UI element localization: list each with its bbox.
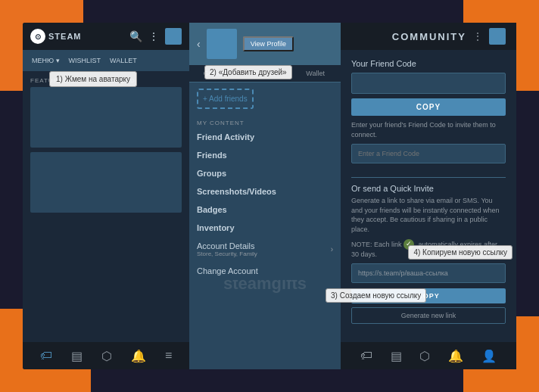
menu-change-account[interactable]: Change Account bbox=[189, 262, 341, 280]
back-arrow[interactable]: ‹ bbox=[197, 38, 201, 50]
community-avatar[interactable] bbox=[489, 28, 506, 45]
steam-title: STEAM bbox=[48, 32, 82, 41]
menu-badges[interactable]: Badges bbox=[189, 201, 341, 219]
comm-list-icon[interactable]: ▤ bbox=[391, 349, 402, 363]
middle-panel: ‹ View Profile 2) «Добавить друзей» Game… bbox=[189, 23, 341, 369]
divider bbox=[351, 177, 506, 178]
community-title: COMMUNITY bbox=[392, 31, 466, 42]
arrow-icon: › bbox=[331, 245, 333, 254]
nav-wallet[interactable]: WALLET bbox=[107, 55, 140, 66]
annotation-copy-link: 4) Копируем новую ссылку bbox=[408, 245, 513, 260]
dropdown-header: ‹ View Profile bbox=[189, 23, 341, 65]
main-container: ⊙ STEAM 🔍 ⋮ МЕНЮ ▾ WISHLIST WALLET 1) Жм… bbox=[23, 23, 516, 369]
search-icon[interactable]: 🔍 bbox=[129, 30, 142, 42]
menu-friends[interactable]: Friends bbox=[189, 146, 341, 164]
nav-bar: МЕНЮ ▾ WISHLIST WALLET bbox=[23, 50, 189, 71]
bell-icon[interactable]: 🔔 bbox=[131, 349, 146, 363]
profile-avatar bbox=[207, 29, 237, 59]
tag-icon[interactable]: 🏷 bbox=[40, 349, 52, 362]
menu-friend-activity[interactable]: Friend Activity bbox=[189, 128, 341, 146]
annotation-add-friends: 2) «Добавить друзей» bbox=[204, 65, 292, 79]
comm-shield-icon[interactable]: ⬡ bbox=[419, 349, 430, 363]
annotation-generate-link: 3) Создаем новую ссылку bbox=[326, 288, 426, 303]
nav-wishlist[interactable]: WISHLIST bbox=[66, 55, 104, 66]
left-bottom-nav: 🏷 ▤ ⬡ 🔔 ≡ bbox=[23, 342, 189, 369]
comm-bell-icon[interactable]: 🔔 bbox=[448, 349, 463, 363]
right-panel: COMMUNITY ⋮ Your Friend Code COPY Enter … bbox=[341, 23, 516, 369]
steam-logo: ⊙ STEAM bbox=[30, 29, 82, 44]
generate-link-button[interactable]: Generate new link bbox=[351, 307, 506, 324]
friend-code-title: Your Friend Code bbox=[351, 59, 506, 68]
enter-friend-code-input[interactable] bbox=[351, 144, 506, 163]
add-friends-button[interactable]: + Add friends bbox=[197, 89, 254, 109]
comm-person-icon[interactable]: 👤 bbox=[481, 349, 497, 363]
quick-invite-title: Or send a Quick Invite bbox=[351, 184, 506, 193]
my-content-label: MY CONTENT bbox=[189, 115, 341, 128]
comm-tag-icon[interactable]: 🏷 bbox=[360, 349, 372, 362]
menu-groups[interactable]: Groups bbox=[189, 164, 341, 182]
featured-image-2 bbox=[30, 152, 182, 213]
profile-dropdown: ‹ View Profile 2) «Добавить друзей» Game… bbox=[189, 23, 341, 280]
left-panel: ⊙ STEAM 🔍 ⋮ МЕНЮ ▾ WISHLIST WALLET 1) Жм… bbox=[23, 23, 189, 369]
quick-invite-description: Generate a link to share via email or SM… bbox=[351, 196, 506, 234]
nav-menu[interactable]: МЕНЮ ▾ bbox=[29, 55, 63, 66]
featured-image bbox=[30, 87, 182, 148]
menu-account-details[interactable]: Account Details Store, Security, Family … bbox=[189, 237, 341, 262]
more-icon[interactable]: ⋮ bbox=[148, 30, 159, 42]
invite-link-input[interactable] bbox=[351, 263, 506, 283]
view-profile-button[interactable]: View Profile bbox=[243, 36, 294, 51]
copy-code-button[interactable]: COPY bbox=[351, 98, 506, 116]
community-bottom-nav: 🏷 ▤ ⬡ 🔔 👤 bbox=[341, 342, 516, 369]
menu-inventory[interactable]: Inventory bbox=[189, 219, 341, 237]
avatar[interactable] bbox=[165, 28, 182, 45]
friend-code-description: Enter your friend's Friend Code to invit… bbox=[351, 120, 506, 139]
steam-header: ⊙ STEAM 🔍 ⋮ bbox=[23, 23, 189, 50]
community-more-icon[interactable]: ⋮ bbox=[472, 30, 483, 42]
steam-icon: ⊙ bbox=[30, 29, 45, 44]
community-header: COMMUNITY ⋮ bbox=[341, 23, 516, 50]
shield-icon[interactable]: ⬡ bbox=[101, 349, 112, 363]
menu-screenshots[interactable]: Screenshots/Videos bbox=[189, 182, 341, 201]
left-content: FEATURED & RECOMMENDED bbox=[23, 71, 189, 342]
menu-icon[interactable]: ≡ bbox=[165, 349, 172, 362]
friend-code-input[interactable] bbox=[351, 73, 506, 94]
header-icons: 🔍 ⋮ bbox=[129, 28, 182, 45]
list-icon[interactable]: ▤ bbox=[71, 349, 83, 363]
annotation-click-avatar: 1) Жмем на аватарку bbox=[49, 71, 137, 87]
tab-wallet[interactable]: Wallet bbox=[290, 65, 341, 82]
